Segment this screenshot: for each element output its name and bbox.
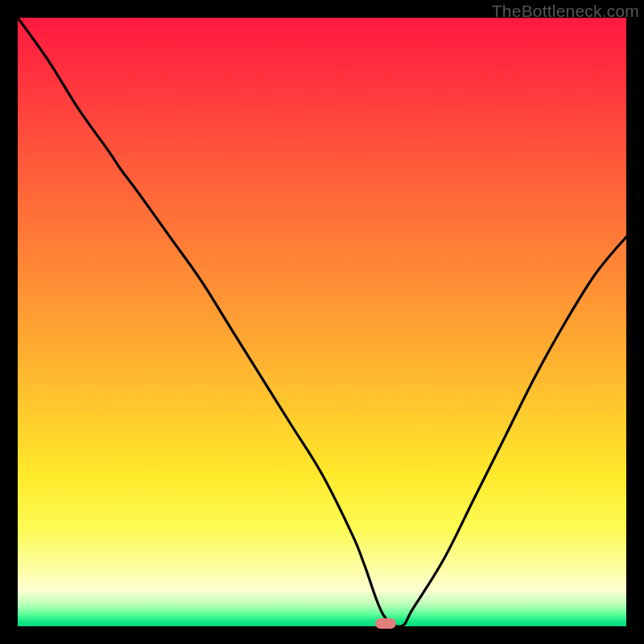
bottleneck-curve-path bbox=[18, 18, 626, 626]
minimum-marker bbox=[375, 618, 396, 629]
curve-svg bbox=[18, 18, 626, 626]
chart-container: TheBottleneck.com bbox=[0, 0, 644, 644]
plot-area bbox=[18, 18, 626, 626]
